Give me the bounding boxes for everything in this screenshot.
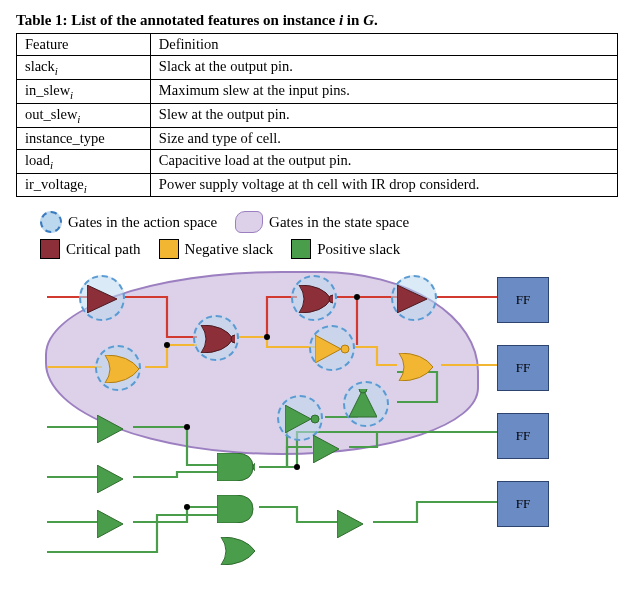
buffer-gate-icon — [97, 465, 135, 493]
header-definition: Definition — [150, 34, 617, 56]
feature-name: slack — [25, 58, 55, 74]
negative-icon — [159, 239, 179, 259]
features-table: Feature Definition slacki Slack at the o… — [16, 33, 618, 197]
and-gate-icon — [217, 495, 255, 523]
definition-cell: Capacitive load at the output pin. — [150, 149, 617, 173]
table-row: instance_type Size and type of cell. — [17, 127, 618, 149]
flip-flop: FF — [497, 413, 549, 459]
table-row: ir_voltagei Power supply voltage at th c… — [17, 173, 618, 197]
inverter-gate-icon — [315, 335, 353, 363]
caption-text-3: . — [374, 12, 378, 28]
svg-point-7 — [231, 335, 235, 343]
or-gate-icon — [101, 355, 139, 383]
action-space-icon — [40, 211, 62, 233]
svg-marker-9 — [397, 285, 427, 313]
feature-name: out_slew — [25, 106, 77, 122]
svg-marker-16 — [285, 405, 311, 433]
feature-cell: ir_voltagei — [17, 173, 151, 197]
buffer-gate-icon — [337, 510, 375, 538]
header-feature: Feature — [17, 34, 151, 56]
ff-label: FF — [516, 428, 530, 444]
legend-label: Positive slack — [317, 241, 400, 258]
svg-marker-13 — [97, 465, 123, 493]
feature-cell: loadi — [17, 149, 151, 173]
circuit-diagram: FF FF FF FF — [37, 267, 597, 577]
svg-marker-10 — [315, 335, 341, 363]
definition-cell: Power supply voltage at th cell with IR … — [150, 173, 617, 197]
positive-icon — [291, 239, 311, 259]
ff-label: FF — [516, 360, 530, 376]
or-gate-icon — [395, 353, 433, 381]
feature-cell: instance_type — [17, 127, 151, 149]
legend-critical: Critical path — [40, 239, 141, 259]
buffer-gate-icon — [87, 285, 125, 313]
svg-point-11 — [341, 345, 349, 353]
svg-marker-18 — [313, 435, 339, 463]
caption-text-1: Table 1: List of the annotated features … — [16, 12, 339, 28]
state-space-icon — [235, 211, 263, 233]
flip-flop: FF — [497, 345, 549, 391]
feature-name: in_slew — [25, 82, 70, 98]
legend-label: Critical path — [66, 241, 141, 258]
table-row: loadi Capacitive load at the output pin. — [17, 149, 618, 173]
feature-cell: out_slewi — [17, 103, 151, 127]
caption-var-g: G — [363, 12, 374, 28]
or-gate-icon — [217, 537, 255, 565]
table-header-row: Feature Definition — [17, 34, 618, 56]
flip-flop: FF — [497, 277, 549, 323]
svg-point-4 — [294, 464, 300, 470]
nand-gate-icon — [217, 453, 255, 481]
feature-cell: in_slewi — [17, 79, 151, 103]
table-row: slacki Slack at the output pin. — [17, 56, 618, 80]
buffer-gate-icon — [397, 285, 435, 313]
buffer-gate-icon — [313, 435, 351, 463]
definition-cell: Size and type of cell. — [150, 127, 617, 149]
feature-name: instance_type — [25, 130, 105, 146]
svg-marker-21 — [337, 510, 363, 538]
legend-negative: Negative slack — [159, 239, 274, 259]
legend-label: Gates in the state space — [269, 214, 409, 231]
table-caption: Table 1: List of the annotated features … — [16, 12, 618, 29]
feature-name: ir_voltage — [25, 176, 84, 192]
ff-label: FF — [516, 496, 530, 512]
legend-positive: Positive slack — [291, 239, 400, 259]
legend-label: Gates in the action space — [68, 214, 217, 231]
ff-label: FF — [516, 292, 530, 308]
feature-sub: i — [50, 159, 53, 171]
nor-gate-icon — [197, 325, 235, 353]
nor-gate-icon — [295, 285, 333, 313]
svg-point-17 — [311, 415, 319, 423]
feature-sub: i — [55, 65, 58, 77]
svg-marker-14 — [97, 510, 123, 538]
definition-cell: Slew at the output pin. — [150, 103, 617, 127]
legend-action-space: Gates in the action space — [40, 211, 217, 233]
feature-sub: i — [84, 182, 87, 194]
inverter-gate-icon — [285, 405, 323, 433]
definition-cell: Maximum slew at the input pins. — [150, 79, 617, 103]
feature-sub: i — [70, 89, 73, 101]
svg-point-8 — [329, 295, 333, 303]
feature-sub: i — [77, 113, 80, 125]
svg-point-20 — [359, 389, 367, 393]
table-row: out_slewi Slew at the output pin. — [17, 103, 618, 127]
svg-marker-6 — [87, 285, 117, 313]
feature-cell: slacki — [17, 56, 151, 80]
inverter-gate-icon — [349, 389, 377, 423]
legend-row-1: Gates in the action space Gates in the s… — [40, 211, 618, 233]
legend-state-space: Gates in the state space — [235, 211, 409, 233]
table-row: in_slewi Maximum slew at the input pins. — [17, 79, 618, 103]
feature-name: load — [25, 152, 50, 168]
svg-point-3 — [184, 504, 190, 510]
flip-flop: FF — [497, 481, 549, 527]
legend-row-2: Critical path Negative slack Positive sl… — [40, 239, 618, 259]
legend: Gates in the action space Gates in the s… — [40, 211, 618, 259]
critical-icon — [40, 239, 60, 259]
legend-label: Negative slack — [185, 241, 274, 258]
definition-cell: Slack at the output pin. — [150, 56, 617, 80]
caption-text-2: in — [343, 12, 363, 28]
svg-marker-12 — [97, 415, 123, 443]
buffer-gate-icon — [97, 510, 135, 538]
buffer-gate-icon — [97, 415, 135, 443]
